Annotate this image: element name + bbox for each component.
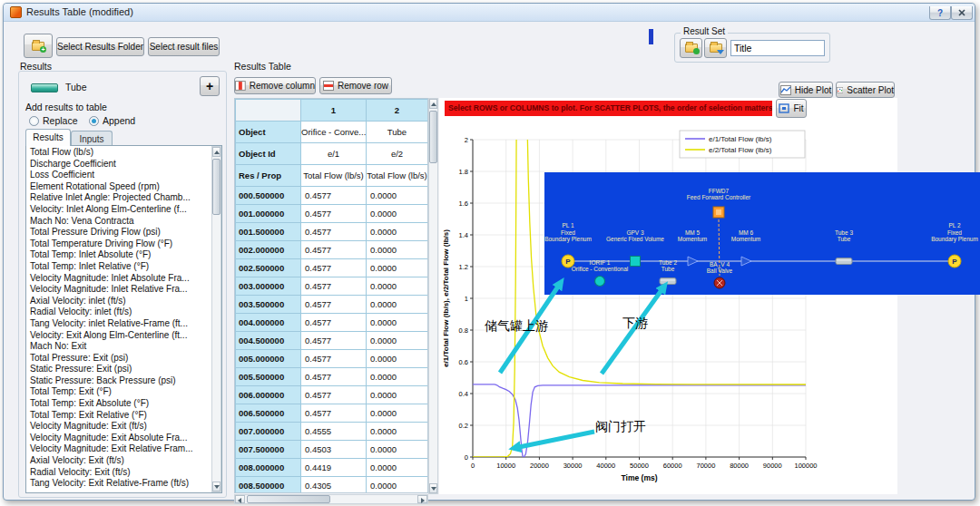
row-header-cell[interactable]: 006.000000 <box>236 386 301 404</box>
table-cell[interactable]: 0.0000 <box>367 350 428 368</box>
result-set-title-input[interactable] <box>730 40 825 56</box>
row-header-cell[interactable]: 008.000000 <box>236 459 301 477</box>
results-list-item[interactable]: Velocity: Inlet Along Elm-Centerline (f.… <box>26 204 211 216</box>
results-table[interactable]: 12ObjectOrifice - Conve...TubeObject Ide… <box>234 98 428 493</box>
table-cell[interactable]: 0.0000 <box>367 187 428 205</box>
row-header-cell[interactable]: Res / Prop <box>236 165 301 187</box>
row-header-cell[interactable]: 007.500000 <box>236 441 301 459</box>
row-header-cell[interactable]: 001.000000 <box>236 205 301 223</box>
scrollbar-thumb[interactable] <box>429 111 437 163</box>
table-corner-cell[interactable] <box>236 100 301 122</box>
results-list-item[interactable]: Total Temperature Driving Flow (°F) <box>26 238 211 250</box>
table-cell[interactable]: 0.4577 <box>301 223 367 241</box>
table-cell[interactable]: Total Flow (lb/s) <box>301 165 367 187</box>
titlebar[interactable]: Results Table (modified) <box>4 4 975 22</box>
row-header-cell[interactable]: 004.500000 <box>236 332 301 350</box>
table-cell[interactable]: 0.0000 <box>367 314 428 332</box>
scroll-down-button[interactable] <box>429 483 437 493</box>
table-cell[interactable]: 0.4555 <box>301 423 367 441</box>
results-list-item[interactable]: Velocity Magnitude: Exit (ft/s) <box>26 421 211 433</box>
remove-row-button[interactable]: Remove row <box>319 77 392 94</box>
table-cell[interactable]: 0.0000 <box>367 332 428 350</box>
table-cell[interactable]: 0.0000 <box>367 404 428 423</box>
table-cell[interactable]: 0.4577 <box>301 332 367 350</box>
scroll-down-button[interactable] <box>212 482 220 491</box>
tab-inputs[interactable]: Inputs <box>71 131 113 146</box>
table-cell[interactable]: 0.4419 <box>301 459 367 477</box>
table-cell[interactable]: 0.4577 <box>301 205 367 223</box>
results-list-item[interactable]: Mach No: Vena Contracta <box>26 216 211 228</box>
table-cell[interactable]: 0.0000 <box>367 386 428 404</box>
select-result-files-button[interactable]: Select result files <box>148 37 220 56</box>
results-list-item[interactable]: Velocity Magnitude: Inlet Absolute Fra..… <box>26 273 211 285</box>
table-cell[interactable]: 0.4577 <box>301 314 367 332</box>
close-button[interactable] <box>951 6 973 20</box>
tube-item-label[interactable]: Tube <box>65 82 87 92</box>
results-list-item[interactable]: Velocity Magnitude: Exit Relative Fram..… <box>26 443 211 455</box>
column-header[interactable]: 2 <box>367 100 428 122</box>
table-cell[interactable]: 0.0000 <box>367 477 428 494</box>
save-result-set-button[interactable] <box>704 38 727 58</box>
row-header-cell[interactable]: 006.500000 <box>236 404 301 423</box>
results-list-item[interactable]: Velocity: Exit Along Elm-Centerline (ft.… <box>26 330 211 342</box>
row-header-cell[interactable]: 000.500000 <box>236 187 301 205</box>
results-list-item[interactable]: Total Temp: Exit Absolute (°F) <box>26 398 211 410</box>
row-header-cell[interactable]: 005.500000 <box>236 368 301 386</box>
results-list-item[interactable]: Tang Velocity: inlet Relative-Frame (ft.… <box>26 318 211 330</box>
results-list-item[interactable]: Tang Velocity: Exit Relative-Frame (ft/s… <box>26 478 211 490</box>
append-radio-label[interactable]: Append <box>103 115 135 126</box>
table-cell[interactable]: 0.4305 <box>301 477 367 494</box>
remove-column-button[interactable]: Remove column <box>234 77 316 94</box>
results-list-item[interactable]: Static Pressure: Back Pressure (psi) <box>26 375 211 387</box>
scrollbar-thumb[interactable] <box>212 159 220 215</box>
table-cell[interactable]: 0.4577 <box>301 277 367 296</box>
results-list-item[interactable]: Radial Velocity: Exit (ft/s) <box>26 467 211 479</box>
select-results-folder-button[interactable]: Select Results Folder <box>56 37 144 56</box>
row-header-cell[interactable]: 003.000000 <box>236 277 301 296</box>
open-result-set-button[interactable] <box>680 38 702 58</box>
results-list-item[interactable]: Relative Inlet Angle: Projected Chamb... <box>26 192 211 204</box>
append-radio[interactable] <box>89 116 99 126</box>
table-cell[interactable]: e/1 <box>301 143 367 165</box>
scatter-plot-button[interactable]: Scatter Plot <box>836 82 895 98</box>
table-cell[interactable]: 0.0000 <box>367 368 428 386</box>
results-list-item[interactable]: Discharge Coefficient <box>26 159 211 170</box>
row-header-cell[interactable]: 002.500000 <box>236 259 301 277</box>
results-list-item[interactable]: Element Rotational Speed (rpm) <box>26 181 211 193</box>
add-results-source-button[interactable]: + <box>24 34 53 58</box>
table-vertical-scrollbar[interactable] <box>428 98 438 494</box>
table-cell[interactable]: 0.0000 <box>367 277 428 296</box>
row-header-cell[interactable]: 007.000000 <box>236 423 301 441</box>
row-header-cell[interactable]: 002.000000 <box>236 241 301 259</box>
results-list-scrollbar[interactable] <box>211 146 221 492</box>
replace-radio-label[interactable]: Replace <box>43 115 78 126</box>
results-list-item[interactable]: Axial Velocity: inlet (ft/s) <box>26 296 211 307</box>
table-cell[interactable]: 0.4577 <box>301 296 367 314</box>
results-list-item[interactable]: Axial Velocity: Exit (ft/s) <box>26 455 211 467</box>
table-cell[interactable]: 0.0000 <box>367 241 428 259</box>
row-header-cell[interactable]: 008.500000 <box>236 477 301 494</box>
table-cell[interactable]: 0.4503 <box>301 441 367 459</box>
table-cell[interactable]: 0.4577 <box>301 368 367 386</box>
row-header-cell[interactable]: 004.000000 <box>236 314 301 332</box>
results-list-item[interactable]: Total Temp: Inlet Relative (°F) <box>26 261 211 273</box>
results-list[interactable]: Total Flow (lb/s)Discharge CoefficientLo… <box>25 145 222 493</box>
scroll-right-button[interactable] <box>417 495 427 503</box>
table-cell[interactable]: 0.0000 <box>367 223 428 241</box>
add-series-button[interactable]: + <box>200 76 220 96</box>
table-cell[interactable]: 0.4577 <box>301 386 367 404</box>
table-cell[interactable]: 0.0000 <box>367 296 428 314</box>
table-cell[interactable]: 0.0000 <box>367 259 428 277</box>
scroll-up-button[interactable] <box>212 147 220 157</box>
table-cell[interactable]: Orifice - Conve... <box>301 122 367 143</box>
table-cell[interactable]: Tube <box>367 122 428 143</box>
table-cell[interactable]: 0.4577 <box>301 259 367 277</box>
column-header[interactable]: 1 <box>301 100 367 122</box>
table-cell[interactable]: 0.0000 <box>367 459 428 477</box>
results-list-item[interactable]: Total Flow (lb/s) <box>26 147 211 159</box>
table-cell[interactable]: Total Flow (lb/s) <box>367 165 428 187</box>
table-cell[interactable]: 0.4577 <box>301 187 367 205</box>
table-cell[interactable]: 0.0000 <box>367 441 428 459</box>
results-list-item[interactable]: Total Temp: Exit Relative (°F) <box>26 410 211 422</box>
row-header-cell[interactable]: 003.500000 <box>236 296 301 314</box>
